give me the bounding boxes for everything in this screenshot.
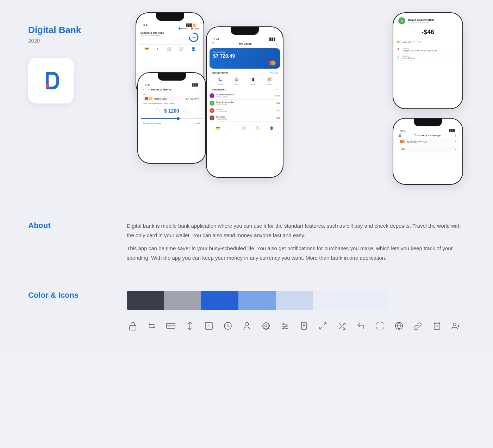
currency-title: Currency exchange (414, 134, 441, 137)
svg-point-4 (271, 61, 276, 65)
icon-settings (260, 320, 272, 332)
add-button[interactable]: + Add (195, 122, 200, 124)
svg-point-6 (401, 140, 405, 144)
svg-rect-7 (130, 326, 136, 330)
swatch-lightest-blue (313, 291, 387, 310)
icon-bag (431, 320, 443, 332)
phone-notch-3 (231, 27, 259, 35)
icon-transfer (146, 320, 158, 332)
about-section: About Digital bank is mobile bank applic… (0, 200, 493, 277)
view-all[interactable]: View All (270, 72, 278, 74)
cards-title: My Cards (239, 42, 252, 45)
icon-square (203, 320, 215, 332)
svg-rect-22 (301, 322, 306, 329)
op-mobile[interactable]: 📱 Mobile (245, 76, 261, 86)
svg-line-30 (339, 323, 341, 325)
icon-reply (355, 320, 367, 332)
icon-expand (317, 320, 329, 332)
detail-card-number: 4129 8261 **** **12 (402, 41, 421, 43)
swatch-pale-blue (276, 291, 313, 310)
icon-link (412, 320, 424, 332)
icon-lock (127, 320, 139, 332)
about-text-1: Digital bank is mobile bank application … (127, 221, 465, 240)
detail-merchant: Bravo Supermarket (408, 18, 434, 21)
about-label: About (28, 221, 106, 263)
blue-card: Classic Debit $7 720.49 (210, 48, 280, 69)
color-icons-label: Color & Icons (28, 291, 106, 332)
card-type: Classic Debit (213, 51, 276, 53)
icons-row (127, 320, 465, 332)
minus-button[interactable]: − (155, 108, 160, 113)
svg-rect-0 (46, 84, 49, 88)
hero-left: Digital Bank 2020 (28, 11, 134, 103)
svg-line-27 (320, 327, 322, 329)
transfer-title: Transfer to friend (148, 88, 171, 91)
transaction-nariman: Nariman Mansurov Money Transfer +$193 (210, 92, 280, 100)
phone-transfer: 9:41 ▊▊▊ ← Transfer to friend From 🔴🟡 Cl… (137, 72, 206, 164)
detail-date: 10 May 2020, 04:25 PM (408, 21, 434, 24)
op-landline[interactable]: 📞 Landline (212, 76, 228, 86)
op-internet[interactable]: 📶 Internet (261, 76, 278, 86)
icon-user (241, 320, 253, 332)
detail-category: Food & Drink (402, 57, 415, 59)
svg-point-14 (245, 322, 249, 326)
detail-amount: -$46 (396, 26, 460, 39)
detail-address: Ganjlik Mall Fatali Khan Khoyski 52B (402, 50, 437, 52)
svg-point-34 (453, 323, 456, 326)
icon-globe (393, 320, 405, 332)
detail-category-row: 🛒 Category Food & Drink (396, 53, 460, 61)
icon-shuffle (336, 320, 348, 332)
project-year: 2020 (28, 38, 134, 44)
detail-address-row: 📍 Address Ganjlik Mall Fatali Khan Khoys… (396, 46, 460, 53)
svg-point-19 (283, 323, 284, 325)
transaction-bravo: B Bravo Supermarket Food & Drinks -$46 (210, 100, 280, 107)
svg-line-26 (324, 323, 326, 325)
phone-detail: B Bravo Supermarket 10 May 2020, 04:25 P… (393, 12, 463, 109)
currency-card: 4129 8261 **** **12 (407, 140, 427, 143)
op-utility[interactable]: 🏠 Utility (228, 76, 245, 86)
svg-line-29 (343, 327, 345, 329)
amount-display: − $ 1200 + (141, 106, 202, 116)
svg-point-21 (283, 328, 285, 329)
color-icons-content (127, 291, 465, 332)
color-palette (127, 291, 387, 310)
detail-card-row: 💳 4129 8261 **** **12 (396, 39, 460, 46)
svg-point-15 (265, 325, 267, 327)
phone-notch-2 (158, 73, 186, 81)
icon-clipboard (298, 320, 310, 332)
icon-card (165, 320, 177, 332)
transactions-label: Transactions (212, 88, 226, 91)
phone-notch-5 (414, 119, 442, 126)
expenses-sub: $250 less than last week (141, 34, 164, 36)
expenses-label: Expenses this week (141, 32, 164, 34)
choose-label: Choose a recepient (143, 122, 161, 124)
how-much-label: How much you would like to send? (141, 101, 202, 106)
svg-point-20 (286, 326, 287, 327)
top-ops-label: Top Operations (212, 71, 229, 74)
phone-cards: 9:41 ▊▊▊ ☰ My Cards + Classic Debit $7 7… (206, 26, 283, 178)
swatch-medium-gray (164, 291, 201, 310)
phone-notch-1 (156, 13, 184, 21)
page-wrapper: Digital Bank 2020 9:41 ▊▊▊ 📶 (0, 0, 493, 353)
icon-fullscreen (374, 320, 386, 332)
svg-rect-8 (167, 323, 175, 328)
color-icons-section: Color & Icons (0, 277, 493, 353)
slider-track[interactable] (141, 118, 202, 119)
transaction-netflix: N Netflix Entertainment -$20 (210, 107, 280, 114)
swatch-primary-blue (201, 291, 238, 310)
about-text-2: This app can be time saver in your busy-… (127, 244, 465, 263)
plus-button[interactable]: + (183, 108, 188, 113)
app-logo-icon (39, 68, 63, 93)
phone-currency: 9:41 ▊▊▊ ☰ Currency exchange ⋮ (393, 118, 463, 185)
icon-clock (222, 320, 234, 332)
project-title: Digital Bank (28, 25, 134, 36)
icon-sliders (279, 320, 291, 332)
icon-user-add (450, 320, 462, 332)
app-icon-box (28, 58, 74, 103)
transaction-starbucks: S Starbucks Food & Drinks -$25 (210, 114, 280, 122)
mockups-area: 9:41 ▊▊▊ 📶 Income Spent Expenses this we… (134, 11, 465, 187)
icon-updown (184, 320, 196, 332)
transfer-card-name: Classic Card (154, 97, 186, 100)
currency-type: USD (400, 148, 405, 151)
swatch-light-blue (238, 291, 276, 310)
